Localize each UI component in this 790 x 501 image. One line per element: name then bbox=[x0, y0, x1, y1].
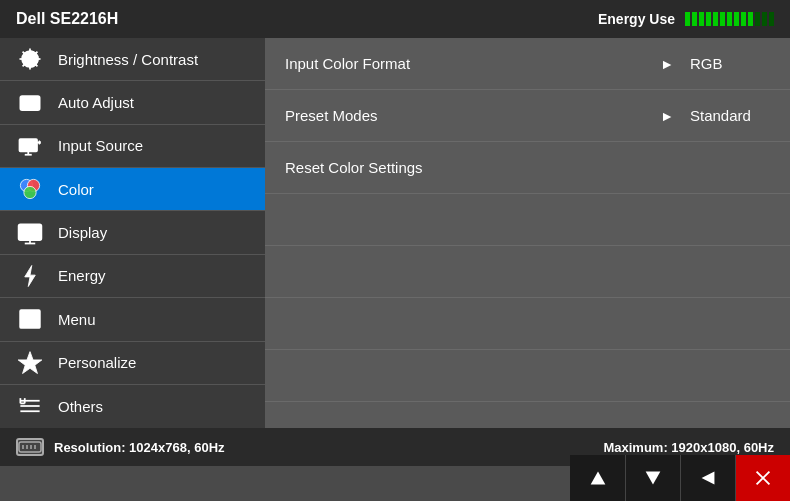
sidebar-item-input-source[interactable]: Input Source bbox=[0, 125, 265, 168]
down-button[interactable] bbox=[625, 455, 680, 501]
input-source-label: Input Source bbox=[58, 137, 143, 154]
content-item-preset-modes[interactable]: Preset Modes ► Standard bbox=[265, 90, 790, 142]
svg-line-8 bbox=[23, 65, 25, 67]
menu-label: Menu bbox=[58, 311, 96, 328]
svg-point-13 bbox=[31, 102, 34, 105]
svg-line-19 bbox=[39, 142, 41, 144]
energy-seg-3 bbox=[699, 12, 704, 26]
resolution-text: Resolution: 1024x768, 60Hz bbox=[54, 440, 225, 455]
brightness-contrast-label: Brightness / Contrast bbox=[58, 51, 198, 68]
svg-rect-14 bbox=[20, 139, 38, 151]
menu-icon bbox=[14, 303, 46, 335]
energy-icon bbox=[14, 260, 46, 292]
content-empty-2 bbox=[265, 246, 790, 298]
auto-adjust-label: Auto Adjust bbox=[58, 94, 134, 111]
brightness-contrast-icon bbox=[14, 43, 46, 75]
energy-seg-8 bbox=[734, 12, 739, 26]
monitor-title: Dell SE2216H bbox=[16, 10, 118, 28]
maximum-text: Maximum: 1920x1080, 60Hz bbox=[603, 440, 774, 455]
energy-seg-1 bbox=[685, 12, 690, 26]
sidebar-item-brightness-contrast[interactable]: Brightness / Contrast bbox=[0, 38, 265, 81]
energy-seg-5 bbox=[713, 12, 718, 26]
reset-color-settings-label: Reset Color Settings bbox=[285, 159, 770, 176]
content-item-input-color-format[interactable]: Input Color Format ► RGB bbox=[265, 38, 790, 90]
sidebar: Brightness / Contrast Auto Adjust bbox=[0, 38, 265, 428]
color-icon bbox=[14, 173, 46, 205]
sidebar-item-auto-adjust[interactable]: Auto Adjust bbox=[0, 81, 265, 124]
content-empty-4 bbox=[265, 350, 790, 402]
energy-section: Energy Use bbox=[598, 11, 774, 27]
sidebar-item-color[interactable]: Color bbox=[0, 168, 265, 211]
personalize-label: Personalize bbox=[58, 354, 136, 371]
energy-seg-12 bbox=[762, 12, 767, 26]
input-color-format-value: RGB bbox=[690, 55, 770, 72]
close-button[interactable] bbox=[735, 455, 790, 501]
personalize-icon bbox=[14, 347, 46, 379]
svg-marker-42 bbox=[590, 472, 605, 485]
input-color-format-label: Input Color Format bbox=[285, 55, 660, 72]
auto-adjust-icon bbox=[14, 87, 46, 119]
main-area: Brightness / Contrast Auto Adjust bbox=[0, 38, 790, 428]
energy-seg-10 bbox=[748, 12, 753, 26]
svg-line-5 bbox=[23, 52, 25, 54]
energy-seg-4 bbox=[706, 12, 711, 26]
energy-seg-6 bbox=[720, 12, 725, 26]
input-color-format-arrow: ► bbox=[660, 56, 674, 72]
energy-label: Energy Use bbox=[598, 11, 675, 27]
input-source-icon bbox=[14, 130, 46, 162]
svg-marker-30 bbox=[18, 351, 42, 373]
others-icon bbox=[14, 390, 46, 422]
sidebar-item-others[interactable]: Others bbox=[0, 385, 265, 428]
preset-modes-value: Standard bbox=[690, 107, 770, 124]
svg-point-22 bbox=[24, 187, 36, 199]
content-panel: Input Color Format ► RGB Preset Modes ► … bbox=[265, 38, 790, 428]
preset-modes-arrow: ► bbox=[660, 108, 674, 124]
content-empty-3 bbox=[265, 298, 790, 350]
color-label: Color bbox=[58, 181, 94, 198]
sidebar-item-personalize[interactable]: Personalize bbox=[0, 342, 265, 385]
sidebar-item-energy[interactable]: Energy bbox=[0, 255, 265, 298]
preset-modes-label: Preset Modes bbox=[285, 107, 660, 124]
energy-label-sidebar: Energy bbox=[58, 267, 106, 284]
svg-rect-23 bbox=[19, 224, 42, 240]
footer-left: Resolution: 1024x768, 60Hz bbox=[16, 438, 225, 456]
display-label: Display bbox=[58, 224, 107, 241]
content-empty-1 bbox=[265, 194, 790, 246]
sidebar-item-display[interactable]: Display bbox=[0, 211, 265, 254]
enter-button[interactable] bbox=[680, 455, 735, 501]
connector-icon bbox=[16, 438, 44, 456]
sidebar-item-menu[interactable]: Menu bbox=[0, 298, 265, 341]
up-button[interactable] bbox=[570, 455, 625, 501]
others-label: Others bbox=[58, 398, 103, 415]
energy-seg-9 bbox=[741, 12, 746, 26]
svg-marker-43 bbox=[646, 472, 661, 485]
energy-bar bbox=[685, 12, 774, 26]
energy-seg-7 bbox=[727, 12, 732, 26]
energy-seg-2 bbox=[692, 12, 697, 26]
content-item-reset-color-settings[interactable]: Reset Color Settings bbox=[265, 142, 790, 194]
header: Dell SE2216H Energy Use bbox=[0, 0, 790, 38]
energy-seg-13 bbox=[769, 12, 774, 26]
svg-marker-44 bbox=[702, 472, 715, 485]
control-buttons bbox=[570, 455, 790, 501]
energy-seg-11 bbox=[755, 12, 760, 26]
display-icon bbox=[14, 217, 46, 249]
